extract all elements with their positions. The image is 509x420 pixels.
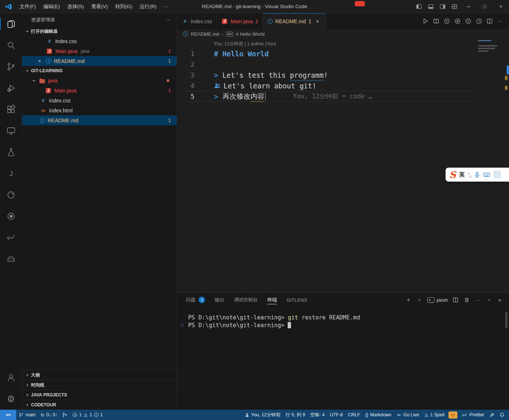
section-timeline[interactable]: 时间线 [22, 380, 177, 390]
explorer-icon[interactable] [0, 13, 22, 35]
terminal-dropdown-icon[interactable] [416, 295, 423, 305]
tree-item-index-css[interactable]: # index.css [22, 95, 177, 105]
spell-checker-status[interactable]: ⚠ 1 Spell [422, 410, 447, 420]
remote-explorer-icon[interactable] [0, 120, 22, 141]
command-decoration-icon[interactable] [181, 324, 184, 326]
menu-run[interactable]: 运行(R) [136, 2, 160, 11]
next-change-icon[interactable] [463, 16, 473, 26]
tree-item-index-html[interactable]: <> index.html [22, 105, 177, 115]
gitlens-codelens[interactable]: You, 12分钟前 | 1 author (You) [214, 40, 509, 48]
extension-badge-icon[interactable] [449, 412, 457, 419]
settings-gear-icon[interactable]: ⚙ [0, 388, 22, 410]
folder-java[interactable]: java [22, 76, 177, 85]
terminal[interactable]: PS D:\git\note\git-learning>git restore … [177, 307, 509, 410]
sidebar-more-actions-icon[interactable]: … [166, 16, 171, 22]
remote-indicator[interactable]: >< [0, 410, 16, 420]
tab-gitlens[interactable]: GITLENS [287, 293, 307, 307]
open-editor-main-java[interactable]: J Main.java java 1 [22, 46, 177, 56]
encoding-status[interactable]: UTF-8 [327, 410, 345, 420]
menu-file[interactable]: 文件(F) [16, 2, 39, 11]
markdown-preview-icon[interactable] [431, 16, 441, 26]
language-mode-status[interactable]: {} Markdown [363, 410, 394, 420]
close-tab-icon[interactable]: × [314, 18, 321, 25]
tab-output[interactable]: 输出 [215, 293, 224, 307]
java-icon[interactable]: J [0, 163, 22, 184]
microphone-icon[interactable] [474, 172, 480, 178]
close-panel-icon[interactable]: × [496, 295, 503, 305]
close-editor-icon[interactable]: × [35, 58, 44, 64]
customize-layout-icon[interactable] [449, 0, 460, 13]
indentation-status[interactable]: 空格: 4 [308, 410, 327, 420]
source-control-icon[interactable] [0, 56, 22, 77]
docker-icon[interactable] [0, 248, 22, 270]
gitlens-graph-button[interactable] [60, 410, 70, 420]
tab-terminal[interactable]: 终端 [267, 293, 277, 307]
sync-status[interactable]: ↻ 0↓ 3↑ [38, 410, 60, 420]
tab-problems[interactable]: 问题 3 [186, 293, 205, 307]
menu-edit[interactable]: 编辑(E) [39, 2, 63, 11]
maximize-panel-icon[interactable] [485, 295, 492, 305]
menu-goto[interactable]: 转到(G) [111, 2, 136, 11]
code-line-4[interactable]: 4 Let's learn about git! [177, 80, 477, 91]
code-line-5-current[interactable]: 5 > 再次修改内容You, 12分钟前 • code … [177, 91, 477, 102]
panel-more-actions-icon[interactable]: … [474, 294, 481, 304]
ime-punctuation-toggle[interactable]: ’, [468, 172, 471, 178]
toggle-sidebar-icon[interactable] [413, 0, 425, 13]
toggle-panel-icon[interactable] [425, 0, 437, 13]
eol-status[interactable]: CRLF [346, 410, 363, 420]
live-share-icon[interactable] [0, 206, 22, 227]
code-editor[interactable]: You, 12分钟前 | 1 author (You) 1 # Hello Wo… [177, 39, 509, 293]
split-editor-icon[interactable] [485, 16, 495, 26]
new-terminal-icon[interactable]: + [405, 295, 412, 305]
run-debug-icon[interactable] [0, 77, 22, 99]
go-live-button[interactable]: Go Live [394, 410, 422, 420]
kill-terminal-trash-icon[interactable] [463, 295, 470, 305]
split-terminal-icon[interactable] [452, 295, 459, 305]
terminal-profile[interactable]: >_ pwsh [427, 297, 448, 303]
cursor-position-status[interactable]: 行 5, 列 9 [283, 410, 308, 420]
tab-index-css[interactable]: # index.css [177, 13, 217, 29]
blame-status[interactable]: You, 12分钟前 [242, 410, 283, 420]
prettier-status[interactable]: ✓✓ Prettier [459, 410, 487, 420]
open-editor-readme[interactable]: × i README.md 1 [22, 56, 177, 66]
problems-status[interactable]: × 1 ⚠ 1 i 1 [70, 410, 105, 420]
maximize-button[interactable]: □ [477, 0, 493, 13]
terminal-scrollbar[interactable] [505, 311, 508, 328]
testing-icon[interactable] [0, 141, 22, 163]
more-actions-icon[interactable]: … [495, 15, 505, 25]
keyboard-icon[interactable] [483, 172, 490, 178]
breadcrumb-heading[interactable]: # Hello World [236, 31, 264, 37]
ime-language-toggle[interactable]: 英 [459, 171, 465, 178]
gradle-icon[interactable] [0, 184, 22, 206]
project-section-header[interactable]: GIT-LEARNING [22, 66, 177, 76]
minimap[interactable] [478, 40, 504, 53]
menu-view[interactable]: 查看(V) [87, 2, 111, 11]
tree-item-main-java[interactable]: J Main.java 1 [22, 85, 177, 95]
ime-toolbox-icon[interactable] [494, 171, 501, 179]
close-window-button[interactable]: × [493, 0, 509, 13]
tree-item-readme[interactable]: i README.md 1 [22, 115, 177, 125]
minimize-button[interactable]: ─ [460, 0, 477, 13]
tab-readme[interactable]: i README.md 1 × [263, 13, 326, 29]
code-line-2[interactable]: 2 [177, 59, 477, 70]
tab-main-java[interactable]: J Main.java 1 [217, 13, 263, 29]
branch-status[interactable]: main [16, 410, 38, 420]
tab-debug-console[interactable]: 调试控制台 [234, 293, 258, 307]
open-editors-header[interactable]: 打开的编辑器 [22, 27, 177, 36]
section-codetour[interactable]: CODETOUR [22, 400, 177, 410]
section-java-projects[interactable]: JAVA PROJECTS [22, 390, 177, 400]
prev-change-icon[interactable] [442, 16, 452, 26]
extensions-icon[interactable] [0, 99, 22, 120]
toggle-secondary-sidebar-icon[interactable] [437, 0, 449, 13]
notifications-bell[interactable] [497, 410, 509, 420]
account-icon[interactable] [0, 367, 22, 388]
search-icon[interactable] [0, 35, 22, 56]
code-line-3[interactable]: 3 > Let's test this programm! [177, 70, 477, 80]
menu-selection[interactable]: 选择(S) [63, 2, 87, 11]
open-changes-icon[interactable] [453, 16, 463, 26]
menu-overflow-icon[interactable]: … [160, 3, 173, 8]
code-line-1[interactable]: 1 # Hello World [177, 48, 477, 59]
tools-icon[interactable] [487, 410, 497, 420]
run-button[interactable] [420, 16, 430, 26]
timeline-history-icon[interactable] [474, 16, 484, 26]
